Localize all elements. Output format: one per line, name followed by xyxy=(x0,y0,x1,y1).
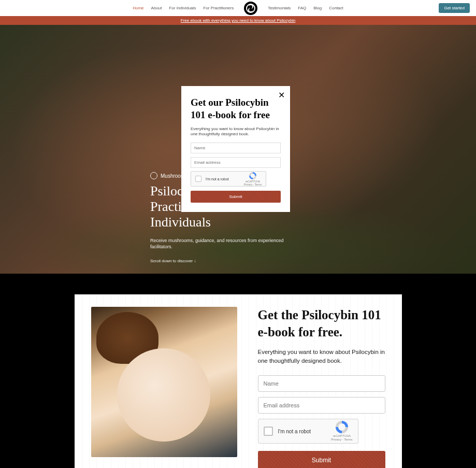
recaptcha-widget: I'm not a robot reCAPTCHA Privacy - Term… xyxy=(258,419,358,444)
ebook-section: Get the Psilocybin 101 e-book for free. … xyxy=(75,294,402,468)
spacer xyxy=(0,274,476,294)
recaptcha-label: I'm not a robot xyxy=(278,429,331,434)
modal-description: Everything you want to know about Psiloc… xyxy=(191,126,281,137)
header: Home About For Individuals For Practitio… xyxy=(0,0,476,16)
nav-about[interactable]: About xyxy=(151,6,162,10)
get-started-button[interactable]: Get started xyxy=(439,3,470,13)
name-input[interactable] xyxy=(191,143,281,153)
ebook-modal: ✕ Get our Psilocybin 101 e-book for free… xyxy=(181,86,290,212)
scroll-hint[interactable]: Scroll down to discover ↓ xyxy=(150,259,285,263)
hero-section: Mushroom Psilocybin for Practitioners & … xyxy=(0,25,476,274)
section-title: Get the Psilocybin 101 e-book for free. xyxy=(258,307,385,341)
name-input[interactable] xyxy=(258,375,385,392)
submit-button[interactable]: Submit xyxy=(258,451,385,468)
nav-blog[interactable]: Blog xyxy=(313,6,322,10)
nav-faq[interactable]: FAQ xyxy=(298,6,306,10)
recaptcha-badge: reCAPTCHA Privacy - Terms xyxy=(244,172,262,186)
hero-description: Receive mushrooms, guidance, and resourc… xyxy=(150,237,285,250)
modal-title: Get our Psilocybin 101 e-book for free xyxy=(191,96,281,121)
nav-for-practitioners[interactable]: For Practitioners xyxy=(203,6,234,10)
recaptcha-icon xyxy=(249,172,256,179)
recaptcha-badge: reCAPTCHA Privacy - Terms xyxy=(331,421,352,442)
swirl-icon xyxy=(150,172,157,179)
email-input[interactable] xyxy=(258,397,385,414)
logo-icon[interactable] xyxy=(244,2,257,15)
recaptcha-icon xyxy=(336,421,348,433)
nav-home[interactable]: Home xyxy=(133,6,143,10)
recaptcha-checkbox[interactable] xyxy=(195,176,201,182)
nav-testimonials[interactable]: Testimonials xyxy=(268,6,291,10)
nav-for-individuals[interactable]: For Individuals xyxy=(169,6,196,10)
promo-banner: Free ebook with everything you need to k… xyxy=(0,16,476,25)
recaptcha-label: I'm not a robot xyxy=(206,177,244,181)
submit-button[interactable]: Submit xyxy=(191,191,281,203)
close-icon[interactable]: ✕ xyxy=(278,90,285,100)
ebook-form-column: Get the Psilocybin 101 e-book for free. … xyxy=(258,307,385,468)
promo-banner-link[interactable]: Free ebook with everything you need to k… xyxy=(181,18,295,23)
main-nav: Home About For Individuals For Practitio… xyxy=(133,2,343,15)
recaptcha-checkbox[interactable] xyxy=(264,427,273,436)
recaptcha-widget: I'm not a robot reCAPTCHA Privacy - Term… xyxy=(191,171,266,187)
section-description: Everything you want to know about Psiloc… xyxy=(258,348,385,365)
nav-contact[interactable]: Contact xyxy=(329,6,343,10)
email-input[interactable] xyxy=(191,157,281,168)
ebook-image xyxy=(91,307,237,457)
